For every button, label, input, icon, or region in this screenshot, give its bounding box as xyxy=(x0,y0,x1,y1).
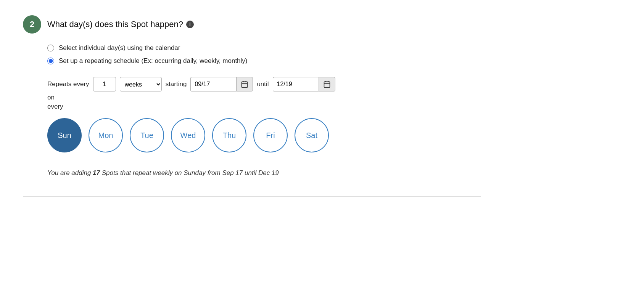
info-icon[interactable]: i xyxy=(186,21,194,28)
section-title: What day(s) does this Spot happen? i xyxy=(47,19,194,29)
calendar-icon xyxy=(241,80,248,88)
end-date-calendar-button[interactable] xyxy=(319,77,335,91)
summary-suffix: Spots that repeat weekly on Sunday from … xyxy=(100,169,243,176)
step-badge: 2 xyxy=(23,15,41,34)
svg-rect-4 xyxy=(324,82,330,87)
radio-repeating[interactable] xyxy=(47,58,54,64)
calendar-icon-end xyxy=(323,80,331,88)
summary-until: until Dec 19 xyxy=(243,169,279,176)
days-row: Sun Mon Tue Wed Thu Fri Sat xyxy=(47,118,481,152)
interval-input[interactable] xyxy=(93,77,116,91)
section-title-text: What day(s) does this Spot happen? xyxy=(47,19,183,29)
start-date-group xyxy=(190,77,253,91)
day-wed[interactable]: Wed xyxy=(171,118,205,152)
radio-individual[interactable] xyxy=(47,45,54,51)
page-container: 2 What day(s) does this Spot happen? i S… xyxy=(23,15,481,197)
every-label: every xyxy=(47,103,481,111)
svg-rect-0 xyxy=(242,82,248,87)
start-date-input[interactable] xyxy=(190,77,236,91)
repeats-row: Repeats every weeks days months starting xyxy=(47,77,481,91)
option-individual[interactable]: Select individual day(s) using the calen… xyxy=(47,44,481,52)
bottom-divider xyxy=(23,196,481,197)
day-fri[interactable]: Fri xyxy=(253,118,288,152)
starting-label: starting xyxy=(166,80,187,88)
summary-prefix: You are adding xyxy=(47,169,93,176)
radio-group: Select individual day(s) using the calen… xyxy=(47,44,481,65)
section-header: 2 What day(s) does this Spot happen? i xyxy=(23,15,481,34)
day-mon[interactable]: Mon xyxy=(89,118,123,152)
option-repeating[interactable]: Set up a repeating schedule (Ex: occurri… xyxy=(47,57,481,65)
day-thu[interactable]: Thu xyxy=(212,118,246,152)
end-date-input[interactable] xyxy=(273,77,319,91)
summary-text: You are adding 17 Spots that repeat week… xyxy=(47,168,481,178)
day-tue[interactable]: Tue xyxy=(130,118,164,152)
option-repeating-label: Set up a repeating schedule (Ex: occurri… xyxy=(59,57,248,65)
day-sun[interactable]: Sun xyxy=(47,118,82,152)
option-individual-label: Select individual day(s) using the calen… xyxy=(59,44,180,52)
end-date-group xyxy=(273,77,335,91)
day-sat[interactable]: Sat xyxy=(295,118,329,152)
until-label: until xyxy=(257,80,269,88)
start-date-calendar-button[interactable] xyxy=(236,77,253,91)
repeats-every-label: Repeats every xyxy=(47,80,89,88)
schedule-config: Repeats every weeks days months starting xyxy=(47,77,481,178)
frequency-select[interactable]: weeks days months xyxy=(120,77,162,91)
on-label: on xyxy=(47,94,481,101)
summary-count: 17 xyxy=(93,169,100,176)
